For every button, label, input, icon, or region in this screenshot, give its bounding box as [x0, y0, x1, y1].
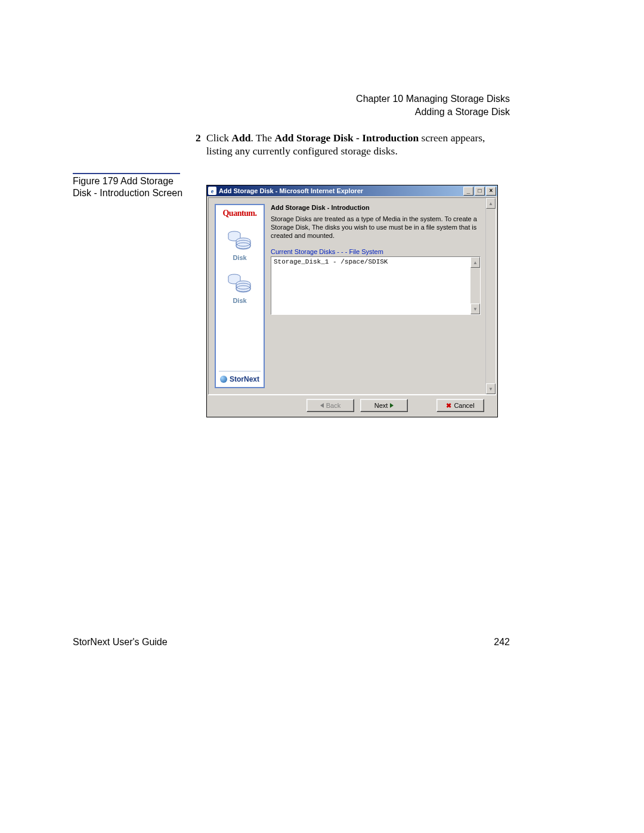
- list-item[interactable]: Storage_Disk_1 - /space/SDISK: [271, 257, 470, 314]
- step-text: Click Add. The Add Storage Disk - Introd…: [206, 132, 485, 157]
- disk-stack-icon: [227, 229, 253, 253]
- caption-rule: [73, 173, 180, 174]
- quantum-logo: Quantum.: [222, 209, 256, 218]
- disk-label-2: Disk: [233, 297, 246, 304]
- content-area: Quantum.: [209, 198, 485, 394]
- stornext-logo: StorNext: [220, 375, 259, 383]
- disk-icon-group: Disk: [227, 229, 253, 261]
- wizard-button-bar: Back Next ✖ Cancel: [208, 395, 496, 416]
- back-label: Back: [326, 402, 340, 409]
- close-button[interactable]: ×: [486, 187, 496, 196]
- stornext-label: StorNext: [230, 375, 259, 383]
- wizard-title: Add Storage Disk - Introduction: [271, 204, 481, 211]
- page-header: Chapter 10 Managing Storage Disks Adding…: [356, 92, 510, 119]
- page-scrollbar[interactable]: ▲ ▼: [485, 198, 496, 394]
- window-client: Quantum.: [207, 196, 497, 417]
- wizard-sidebar: Quantum.: [215, 204, 265, 388]
- disk-icon-group-2: Disk: [227, 272, 253, 304]
- document-page: Chapter 10 Managing Storage Disks Adding…: [0, 0, 644, 833]
- list-label: Current Storage Disks - - - File System: [271, 248, 481, 255]
- window-titlebar: e Add Storage Disk - Microsoft Internet …: [207, 185, 497, 196]
- cancel-button[interactable]: ✖ Cancel: [436, 399, 484, 412]
- listbox-scrollbar[interactable]: ▲ ▼: [470, 257, 480, 314]
- chapter-label: Chapter 10 Managing Storage Disks: [356, 92, 510, 106]
- maximize-button[interactable]: □: [475, 187, 485, 196]
- x-icon: ✖: [446, 402, 451, 410]
- back-button[interactable]: Back: [306, 399, 354, 412]
- next-button[interactable]: Next: [360, 399, 408, 412]
- scroll-down-icon[interactable]: ▼: [486, 383, 496, 394]
- content-scroll-pane: Quantum.: [208, 197, 496, 395]
- wizard-description: Storage Disks are treated as a type of M…: [271, 215, 481, 240]
- minimize-button[interactable]: _: [463, 187, 473, 196]
- globe-icon: [220, 376, 227, 383]
- section-label: Adding a Storage Disk: [356, 106, 510, 119]
- screenshot-window: e Add Storage Disk - Microsoft Internet …: [206, 185, 498, 417]
- footer-guide: StorNext User's Guide: [73, 637, 168, 648]
- scroll-up-icon[interactable]: ▲: [470, 257, 480, 268]
- footer-page: 242: [494, 637, 510, 648]
- scroll-up-icon[interactable]: ▲: [486, 198, 496, 209]
- instruction-step: 2 Click Add. The Add Storage Disk - Intr…: [206, 131, 510, 157]
- disk-label-1: Disk: [233, 254, 246, 261]
- step-number: 2: [196, 131, 201, 144]
- disk-stack-icon: [227, 272, 253, 296]
- storage-disk-listbox[interactable]: Storage_Disk_1 - /space/SDISK ▲ ▼: [271, 256, 481, 315]
- arrow-left-icon: [320, 403, 324, 408]
- arrow-right-icon: [390, 403, 394, 408]
- ie-icon: e: [208, 187, 216, 195]
- wizard-main: Add Storage Disk - Introduction Storage …: [268, 198, 485, 394]
- cancel-label: Cancel: [454, 402, 474, 409]
- window-controls: _ □ ×: [462, 187, 496, 196]
- figure-caption: Figure 179 Add Storage Disk - Introducti…: [73, 175, 192, 199]
- scroll-down-icon[interactable]: ▼: [470, 304, 480, 314]
- window-title: Add Storage Disk - Microsoft Internet Ex…: [219, 187, 462, 194]
- next-label: Next: [374, 402, 388, 409]
- sidebar-divider: [219, 371, 261, 371]
